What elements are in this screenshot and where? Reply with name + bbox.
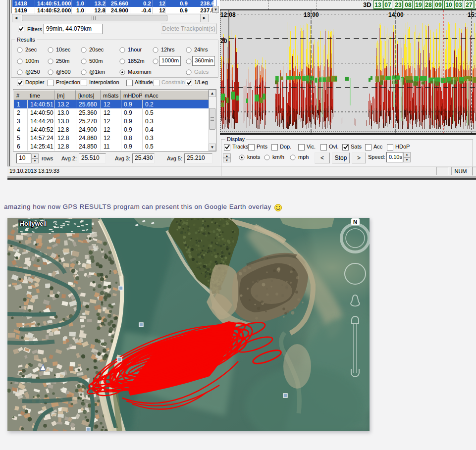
svg-text:14:00: 14:00 [388,11,404,18]
svg-text:12:08: 12:08 [220,11,236,18]
svg-text:13:00: 13:00 [304,11,319,18]
svg-text:Hollywell: Hollywell [20,220,47,227]
svg-text:N: N [353,219,357,225]
svg-text:20: 20 [220,38,227,45]
svg-text:15:00: 15:00 [468,11,476,18]
